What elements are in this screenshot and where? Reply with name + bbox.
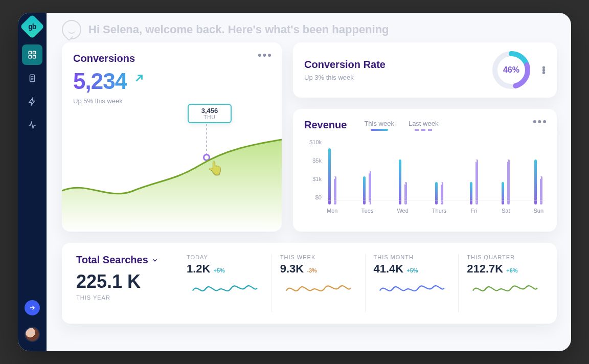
nav-automations[interactable] bbox=[22, 92, 42, 112]
conversion-rate-donut: 46% bbox=[491, 50, 532, 90]
revenue-day-col: Fri bbox=[470, 148, 478, 214]
app-frame: gb Hi Selena, welcome back. Here's what'… bbox=[18, 13, 571, 351]
revenue-day-col: Thurs bbox=[432, 148, 446, 214]
chevron-down-icon bbox=[151, 257, 158, 264]
revenue-card: ••• Revenue This week Last week $10k $5k… bbox=[293, 109, 557, 232]
revenue-yaxis: $10k $5k $1k $0 bbox=[304, 137, 325, 214]
searches-col: THIS QUARTER212.7K+6% bbox=[458, 254, 552, 312]
revenue-bar-this-week[interactable] bbox=[534, 160, 537, 204]
conversions-card: ••• Conversions 5,234 Up 5% this week 3,… bbox=[62, 42, 282, 232]
revenue-day-col: Mon bbox=[327, 148, 337, 214]
searches-col: TODAY1.2K+5% bbox=[178, 254, 271, 312]
revenue-day-label: Sun bbox=[533, 208, 543, 214]
app-logo[interactable]: gb bbox=[20, 14, 44, 39]
right-column: Conversion Rate Up 3% this week 46% ••• bbox=[293, 42, 557, 232]
searches-period: THIS WEEK bbox=[280, 254, 357, 260]
tooltip-label: THU bbox=[189, 115, 231, 122]
revenue-bar-last-week[interactable] bbox=[475, 160, 478, 204]
revenue-bar-last-week[interactable] bbox=[334, 176, 336, 204]
revenue-day-col: Sun bbox=[533, 148, 543, 214]
searches-delta: +5% bbox=[406, 267, 418, 274]
searches-period: TODAY bbox=[187, 254, 263, 260]
searches-delta: -3% bbox=[307, 267, 317, 274]
nav-activity[interactable] bbox=[22, 115, 42, 135]
total-searches-value: 225.1 K bbox=[76, 271, 178, 292]
conversions-title: Conversions bbox=[73, 53, 270, 64]
main-content: Hi Selena, welcome back. Here's what's b… bbox=[47, 13, 571, 351]
revenue-day-col: Tues bbox=[361, 148, 373, 214]
searches-value: 1.2K bbox=[187, 262, 210, 276]
nav-reports[interactable] bbox=[22, 68, 42, 88]
searches-sparkline bbox=[467, 280, 543, 298]
legend-last-week: Last week bbox=[409, 120, 439, 127]
revenue-bar-last-week[interactable] bbox=[369, 171, 371, 204]
revenue-day-col: Wed bbox=[397, 148, 408, 214]
chart-tooltip[interactable]: 3,456 THU bbox=[188, 104, 232, 123]
searches-col: THIS WEEK9.3K-3% bbox=[271, 254, 365, 312]
revenue-day-label: Thurs bbox=[432, 208, 446, 214]
conversions-value: 5,234 bbox=[73, 69, 127, 94]
tooltip-value: 3,456 bbox=[189, 105, 231, 115]
greeting-text: Hi Selena, welcome back. Here's what's b… bbox=[88, 23, 389, 36]
user-avatar[interactable] bbox=[25, 327, 40, 342]
total-searches-title[interactable]: Total Searches bbox=[76, 254, 178, 266]
total-searches-card: Total Searches 225.1 K THIS YEAR TODAY1.… bbox=[62, 243, 557, 324]
trend-up-icon bbox=[133, 73, 145, 86]
conversions-subtitle: Up 5% this week bbox=[73, 97, 270, 105]
searches-period: THIS QUARTER bbox=[467, 254, 543, 260]
conversion-rate-percent: 46% bbox=[491, 50, 532, 90]
revenue-bar-this-week[interactable] bbox=[363, 176, 366, 204]
conversion-rate-subtitle: Up 3% this week bbox=[304, 74, 481, 81]
revenue-bar-this-week[interactable] bbox=[502, 182, 504, 204]
revenue-day-label: Mon bbox=[327, 208, 337, 214]
revenue-bar-this-week[interactable] bbox=[470, 182, 472, 204]
searches-sparkline bbox=[280, 280, 357, 298]
searches-delta: +6% bbox=[506, 267, 517, 274]
revenue-title: Revenue bbox=[304, 119, 347, 131]
conversion-rate-title: Conversion Rate bbox=[304, 59, 481, 71]
searches-period: THIS MONTH bbox=[374, 254, 450, 260]
expand-button[interactable] bbox=[25, 300, 40, 315]
revenue-bar-last-week[interactable] bbox=[507, 160, 510, 204]
conversion-rate-menu-icon[interactable]: ••• bbox=[542, 66, 546, 74]
searches-sparkline bbox=[374, 280, 450, 298]
greeting-row: Hi Selena, welcome back. Here's what's b… bbox=[62, 20, 557, 39]
revenue-menu-icon[interactable]: ••• bbox=[533, 116, 548, 127]
searches-delta: +5% bbox=[213, 267, 224, 274]
revenue-bar-this-week[interactable] bbox=[399, 160, 401, 204]
svg-rect-0 bbox=[29, 51, 31, 54]
revenue-bar-last-week[interactable] bbox=[404, 182, 407, 204]
searches-value: 212.7K bbox=[467, 262, 503, 276]
tooltip-handle-icon[interactable] bbox=[188, 105, 189, 122]
searches-value: 9.3K bbox=[280, 262, 304, 276]
searches-col: THIS MONTH41.4K+5% bbox=[365, 254, 459, 312]
revenue-bar-last-week[interactable] bbox=[540, 176, 542, 204]
svg-rect-2 bbox=[29, 56, 31, 58]
sidebar: gb bbox=[18, 13, 47, 351]
svg-rect-3 bbox=[33, 56, 36, 58]
revenue-chart[interactable]: MonTuesWedThursFriSatSun bbox=[325, 137, 546, 214]
revenue-day-label: Wed bbox=[397, 208, 408, 214]
revenue-bar-this-week[interactable] bbox=[328, 148, 331, 204]
conversions-chart[interactable] bbox=[62, 129, 282, 232]
revenue-bar-this-week[interactable] bbox=[435, 182, 438, 204]
conversions-menu-icon[interactable]: ••• bbox=[258, 50, 273, 61]
conversion-rate-card: Conversion Rate Up 3% this week 46% ••• bbox=[293, 42, 557, 98]
nav-dashboard[interactable] bbox=[22, 44, 42, 65]
revenue-day-col: Sat bbox=[502, 148, 510, 214]
searches-sparkline bbox=[187, 280, 263, 298]
revenue-day-label: Tues bbox=[361, 208, 373, 214]
chat-icon bbox=[62, 20, 81, 39]
total-searches-label: THIS YEAR bbox=[76, 294, 178, 301]
revenue-bar-last-week[interactable] bbox=[441, 182, 443, 204]
revenue-day-label: Fri bbox=[471, 208, 478, 214]
svg-rect-1 bbox=[33, 51, 36, 54]
searches-value: 41.4K bbox=[374, 262, 404, 276]
revenue-day-label: Sat bbox=[502, 208, 510, 214]
revenue-legend: This week Last week bbox=[364, 120, 438, 131]
legend-this-week: This week bbox=[364, 120, 394, 127]
